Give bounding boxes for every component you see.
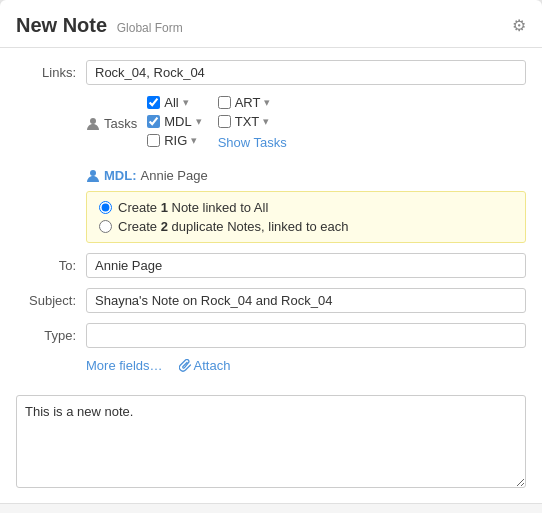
checkbox-mdl-item: MDL ▾ <box>147 114 201 129</box>
tasks-text: Tasks <box>104 116 137 131</box>
radio1-num: 1 <box>161 200 168 215</box>
to-row: To: <box>16 253 526 278</box>
rig-expand-arrow[interactable]: ▾ <box>191 134 197 147</box>
tasks-area: Tasks All ▾ <box>86 95 526 158</box>
checkbox-art-label: ART <box>235 95 261 110</box>
more-fields-row: More fields… Attach <box>86 358 526 373</box>
checkbox-txt[interactable] <box>218 115 231 128</box>
checkbox-rig-label: RIG <box>164 133 187 148</box>
checkbox-txt-label: TXT <box>235 114 260 129</box>
to-label: To: <box>16 253 86 273</box>
txt-expand-arrow[interactable]: ▾ <box>263 115 269 128</box>
mdl-expand-arrow[interactable]: ▾ <box>196 115 202 128</box>
all-expand-arrow[interactable]: ▾ <box>183 96 189 109</box>
settings-icon[interactable]: ⚙ <box>512 16 526 35</box>
radio-duplicate[interactable] <box>99 220 112 233</box>
checkboxes-wrapper: All ▾ MDL ▾ <box>147 95 303 152</box>
tasks-label-spacer <box>16 95 86 100</box>
checkbox-rig[interactable] <box>147 134 160 147</box>
radio2-pre: Create <box>118 219 161 234</box>
type-row: Type: <box>16 323 526 348</box>
subject-control <box>86 288 526 313</box>
links-input[interactable] <box>86 60 526 85</box>
dialog-title: New Note <box>16 14 107 36</box>
to-input[interactable] <box>86 253 526 278</box>
radio-linked-all[interactable] <box>99 201 112 214</box>
person-icon <box>86 117 100 131</box>
checkbox-txt-item: TXT ▾ <box>218 114 287 129</box>
svg-point-0 <box>90 118 96 124</box>
mdl-prefix: MDL: <box>104 168 137 183</box>
art-expand-arrow[interactable]: ▾ <box>264 96 270 109</box>
type-control <box>86 323 526 348</box>
left-checkbox-col: All ▾ MDL ▾ <box>147 95 201 152</box>
checkbox-art-item: ART ▾ <box>218 95 287 110</box>
checkbox-rig-item: RIG ▾ <box>147 133 201 148</box>
radio1-post: Note linked to All <box>168 200 268 215</box>
checkbox-art[interactable] <box>218 96 231 109</box>
radio-option2-text: Create 2 duplicate Notes, linked to each <box>118 219 349 234</box>
radio-option2: Create 2 duplicate Notes, linked to each <box>99 219 513 234</box>
tasks-label: Tasks <box>86 116 137 131</box>
note-textarea[interactable] <box>16 395 526 488</box>
svg-point-1 <box>90 170 96 176</box>
tasks-row: Tasks All ▾ <box>16 95 526 158</box>
type-input[interactable] <box>86 323 526 348</box>
radio1-pre: Create <box>118 200 161 215</box>
checkbox-mdl-label: MDL <box>164 114 191 129</box>
dialog-header: New Note Global Form ⚙ <box>0 0 542 48</box>
show-tasks-link[interactable]: Show Tasks <box>218 135 287 150</box>
radio-section: Create 1 Note linked to All Create 2 dup… <box>86 191 526 243</box>
links-control <box>86 60 526 85</box>
links-row: Links: <box>16 60 526 85</box>
paperclip-icon <box>179 359 192 372</box>
checkbox-all[interactable] <box>147 96 160 109</box>
mdl-person-icon <box>86 169 100 183</box>
checkbox-all-label: All <box>164 95 178 110</box>
tasks-header-row: Tasks All ▾ <box>86 95 526 152</box>
dialog-subtitle: Global Form <box>117 21 183 35</box>
mdl-info: MDL: Annie Page <box>86 168 526 183</box>
mdl-name: Annie Page <box>141 168 208 183</box>
radio2-num: 2 <box>161 219 168 234</box>
dialog-body: Links: Tasks <box>0 48 542 395</box>
checkbox-mdl[interactable] <box>147 115 160 128</box>
right-checkbox-col: ART ▾ TXT ▾ Show Tasks <box>218 95 287 150</box>
new-note-dialog: New Note Global Form ⚙ Links: <box>0 0 542 513</box>
subject-row: Subject: <box>16 288 526 313</box>
note-textarea-wrapper <box>16 395 526 491</box>
more-fields-link[interactable]: More fields… <box>86 358 163 373</box>
radio-option1: Create 1 Note linked to All <box>99 200 513 215</box>
checkbox-all-item: All ▾ <box>147 95 201 110</box>
subject-label: Subject: <box>16 288 86 308</box>
radio-option1-text: Create 1 Note linked to All <box>118 200 268 215</box>
links-label: Links: <box>16 60 86 80</box>
title-area: New Note Global Form <box>16 14 183 37</box>
to-control <box>86 253 526 278</box>
attach-link[interactable]: Attach <box>179 358 231 373</box>
radio2-post: duplicate Notes, linked to each <box>168 219 349 234</box>
attach-label: Attach <box>194 358 231 373</box>
subject-input[interactable] <box>86 288 526 313</box>
dialog-footer: Cancel Create Note <box>0 503 542 513</box>
type-label: Type: <box>16 323 86 343</box>
